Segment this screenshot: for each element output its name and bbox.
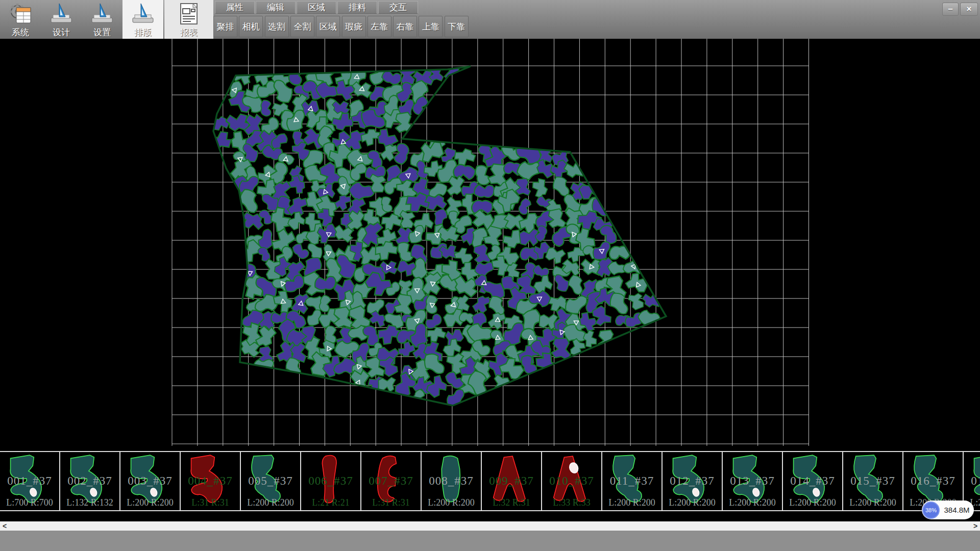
tool-cluster-nest-button[interactable]: 聚排: [213, 16, 237, 37]
settings-ruler-icon: [89, 2, 115, 26]
progress-percent-circle: 38%: [922, 502, 940, 519]
main-button-label: 排版: [134, 27, 152, 38]
scroll-left-icon[interactable]: <: [0, 521, 9, 531]
system-button[interactable]: 系统: [0, 0, 41, 39]
horizontal-scrollbar[interactable]: < >: [0, 521, 980, 531]
layout-ruler-icon: [130, 2, 156, 26]
menu-tab-edit[interactable]: 编辑: [256, 1, 296, 14]
piece-id-label: 002_#37: [60, 474, 119, 488]
tool-select-cut-button[interactable]: 选割: [265, 16, 289, 37]
piece-lr-counts: L:200 R:200: [843, 497, 902, 508]
piece-id-label: 017_#37: [964, 474, 980, 488]
thumbnail-piece-cell[interactable]: 009_#37L:32 R:31: [482, 452, 542, 510]
main-button-label: 系统: [12, 27, 29, 38]
piece-id-label: 003_#37: [120, 474, 180, 488]
minimize-button[interactable]: –: [942, 3, 959, 16]
piece-lr-counts: L:200 R:200: [663, 497, 722, 508]
thumbnail-piece-cell[interactable]: 003_#37L:200 R:200: [120, 452, 181, 510]
piece-lr-counts: L:132 R:132: [60, 497, 119, 508]
layout-button[interactable]: 排版: [122, 0, 163, 39]
close-button[interactable]: ×: [960, 3, 978, 16]
thumbnail-piece-cell[interactable]: 015_#37L:200 R:200: [843, 452, 903, 510]
piece-id-label: 015_#37: [843, 474, 902, 488]
report-doc-icon: [176, 2, 202, 26]
thumbnail-piece-cell[interactable]: 012_#37L:200 R:200: [663, 452, 723, 510]
piece-id-label: 008_#37: [422, 474, 481, 488]
piece-lr-counts: L:33 R:33: [542, 497, 601, 508]
nested-pieces: [206, 55, 664, 408]
tool-camera-button[interactable]: 相机: [239, 16, 263, 37]
system-gear-icon: [7, 2, 34, 26]
piece-id-label: 006_#37: [301, 474, 360, 488]
piece-lr-counts: L:200 R:200: [723, 497, 782, 508]
tool-region-button[interactable]: 区域: [316, 16, 340, 37]
thumbnail-piece-cell[interactable]: 006_#37L:21 R:21: [301, 452, 361, 510]
piece-id-label: 014_#37: [783, 474, 842, 488]
design-ruler-icon: [48, 2, 75, 26]
thumbnail-piece-cell[interactable]: 001_#37L:700 R:700: [0, 452, 60, 510]
design-button[interactable]: 设计: [41, 0, 82, 39]
nesting-canvas[interactable]: [0, 39, 980, 451]
piece-lr-counts: L:31 R:31: [361, 497, 421, 508]
thumbnail-piece-cell[interactable]: 005_#37L:200 R:200: [241, 452, 301, 510]
piece-lr-counts: L:31 R:31: [181, 497, 240, 508]
piece-id-label: 004_#37: [181, 474, 240, 488]
piece-lr-counts: L:21 R:21: [301, 497, 360, 508]
piece-id-label: 016_#37: [903, 474, 963, 488]
piece-lr-counts: L:32 R:31: [482, 497, 541, 508]
menu-tab-properties[interactable]: 属性: [215, 1, 255, 14]
piece-id-label: 005_#37: [241, 474, 300, 488]
status-badge: 38% 384.8M: [922, 500, 974, 519]
thumbnail-piece-cell[interactable]: 014_#37L:200 R:200: [783, 452, 843, 510]
piece-lr-counts: L:200 R:200: [422, 497, 481, 508]
tool-align-top-button[interactable]: 上靠: [419, 16, 443, 37]
thumbnail-piece-cell[interactable]: 008_#37L:200 R:200: [422, 452, 482, 510]
tool-align-bottom-button[interactable]: 下靠: [445, 16, 469, 37]
menu-tab-nesting[interactable]: 排料: [337, 1, 377, 14]
report-button[interactable]: 报表: [164, 0, 213, 39]
memory-usage-value: 384.8M: [940, 506, 974, 514]
scroll-right-icon[interactable]: >: [971, 521, 980, 531]
top-toolbar: 系统设计设置排版报表 属性编辑区域排料交互 聚排相机选割全割区域瑕疵左靠右靠上靠…: [0, 0, 980, 39]
tool-align-right-button[interactable]: 右靠: [393, 16, 417, 37]
tool-defect-button[interactable]: 瑕疵: [342, 16, 366, 37]
thumbnail-piece-cell[interactable]: 010_#37L:33 R:33: [542, 452, 602, 510]
piece-id-label: 007_#37: [361, 474, 421, 488]
piece-thumbnail-strip: 001_#37L:700 R:700002_#37L:132 R:132003_…: [0, 451, 980, 511]
menu-tab-region[interactable]: 区域: [297, 1, 336, 14]
piece-lr-counts: L:200 R:200: [783, 497, 842, 508]
main-button-label: 设置: [93, 27, 111, 38]
piece-lr-counts: L:700 R:700: [0, 497, 59, 508]
menu-tab-interact[interactable]: 交互: [378, 1, 418, 14]
tool-align-left-button[interactable]: 左靠: [368, 16, 391, 37]
thumbnail-piece-cell[interactable]: 007_#37L:31 R:31: [361, 452, 422, 510]
thumbnail-piece-cell[interactable]: 013_#37L:200 R:200: [723, 452, 783, 510]
main-button-label: 设计: [53, 27, 70, 38]
thumbnail-piece-cell[interactable]: 004_#37L:31 R:31: [181, 452, 241, 510]
piece-id-label: 001_#37: [0, 474, 59, 488]
main-button-label: 报表: [180, 27, 198, 38]
piece-id-label: 012_#37: [663, 474, 722, 488]
piece-id-label: 010_#37: [542, 474, 601, 488]
piece-lr-counts: L:200 R:200: [602, 497, 662, 508]
piece-id-label: 009_#37: [482, 474, 541, 488]
tool-cut-all-button[interactable]: 全割: [290, 16, 314, 37]
piece-lr-counts: L:200 R:200: [120, 497, 180, 508]
status-bar: [0, 531, 980, 551]
piece-lr-counts: L:200 R:200: [241, 497, 300, 508]
thumbnail-piece-cell[interactable]: 002_#37L:132 R:132: [60, 452, 120, 510]
piece-id-label: 013_#37: [723, 474, 782, 488]
settings-button[interactable]: 设置: [82, 0, 122, 39]
piece-id-label: 011_#37: [602, 474, 662, 488]
thumbnail-piece-cell[interactable]: 011_#37L:200 R:200: [602, 452, 663, 510]
